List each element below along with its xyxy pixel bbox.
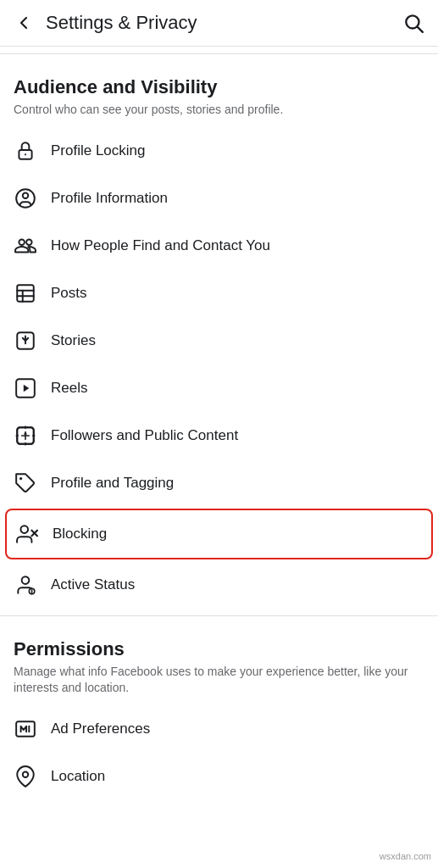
ad-preferences-label: Ad Preferences [51, 721, 150, 737]
svg-point-21 [20, 526, 28, 533]
svg-point-5 [23, 192, 29, 198]
menu-item-blocking[interactable]: Blocking [5, 509, 433, 559]
stories-label: Stories [51, 332, 96, 349]
profile-tagging-label: Profile and Tagging [51, 475, 174, 492]
watermark: wsxdan.com [380, 851, 431, 861]
person-add-icon [14, 234, 37, 258]
svg-rect-6 [17, 285, 34, 302]
reels-label: Reels [51, 380, 87, 397]
audience-section-desc: Control who can see your posts, stories … [0, 102, 438, 127]
location-icon [14, 765, 37, 788]
header-title: Settings & Privacy [46, 12, 197, 34]
reels-icon [14, 376, 37, 400]
menu-item-how-people-find[interactable]: How People Find and Contact You [0, 222, 438, 270]
menu-item-followers[interactable]: Followers and Public Content [0, 412, 438, 459]
permissions-section-desc: Manage what info Facebook uses to make y… [0, 664, 438, 705]
svg-point-3 [25, 153, 26, 155]
menu-item-stories[interactable]: Stories [0, 317, 438, 364]
audience-section-title: Audience and Visibility [0, 61, 438, 102]
svg-point-24 [22, 576, 30, 584]
svg-rect-27 [16, 721, 35, 736]
active-status-icon [14, 573, 37, 597]
posts-icon [14, 281, 37, 305]
followers-icon [14, 424, 37, 448]
posts-label: Posts [51, 285, 87, 302]
svg-marker-13 [24, 384, 30, 392]
active-status-label: Active Status [51, 576, 135, 593]
header-left: Settings & Privacy [14, 12, 197, 34]
person-circle-icon [14, 186, 37, 210]
audience-section: Audience and Visibility Control who can … [0, 61, 438, 609]
menu-item-active-status[interactable]: Active Status [0, 561, 438, 609]
menu-item-profile-information[interactable]: Profile Information [0, 175, 438, 222]
header-divider [0, 53, 438, 54]
menu-item-profile-tagging[interactable]: Profile and Tagging [0, 459, 438, 507]
tag-icon [14, 471, 37, 495]
permissions-section-title: Permissions [0, 623, 438, 664]
section-divider [0, 615, 438, 616]
menu-item-location[interactable]: Location [0, 753, 438, 800]
blocking-label: Blocking [53, 526, 107, 542]
profile-locking-label: Profile Locking [51, 142, 146, 159]
location-label: Location [51, 768, 105, 785]
menu-item-ad-preferences[interactable]: Ad Preferences [0, 705, 438, 753]
svg-point-29 [23, 771, 29, 777]
menu-item-profile-locking[interactable]: Profile Locking [0, 127, 438, 175]
blocking-icon [15, 522, 39, 546]
back-button[interactable] [14, 13, 34, 33]
menu-item-reels[interactable]: Reels [0, 364, 438, 412]
search-button[interactable] [402, 12, 424, 34]
menu-item-posts[interactable]: Posts [0, 270, 438, 317]
lock-icon [14, 139, 37, 163]
stories-icon [14, 329, 37, 353]
how-people-find-label: How People Find and Contact You [51, 237, 270, 254]
ad-icon [14, 717, 37, 741]
svg-line-1 [418, 27, 423, 32]
permissions-section: Permissions Manage what info Facebook us… [0, 623, 438, 800]
header: Settings & Privacy [0, 0, 438, 47]
followers-label: Followers and Public Content [51, 427, 238, 444]
profile-information-label: Profile Information [51, 190, 168, 207]
